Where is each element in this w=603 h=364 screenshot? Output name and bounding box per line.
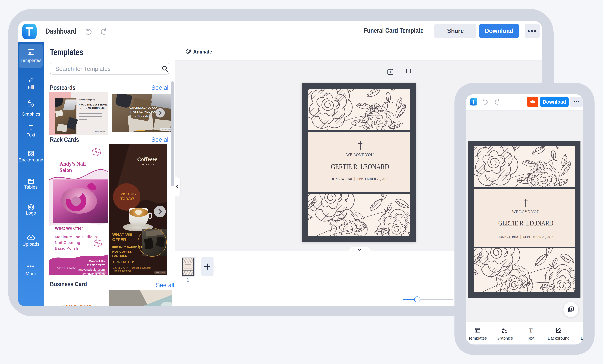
svg-text:T: T: [29, 124, 33, 131]
svg-text:T: T: [529, 327, 533, 334]
svg-text:1: 1: [571, 307, 572, 310]
svg-text:L: L: [30, 206, 32, 209]
